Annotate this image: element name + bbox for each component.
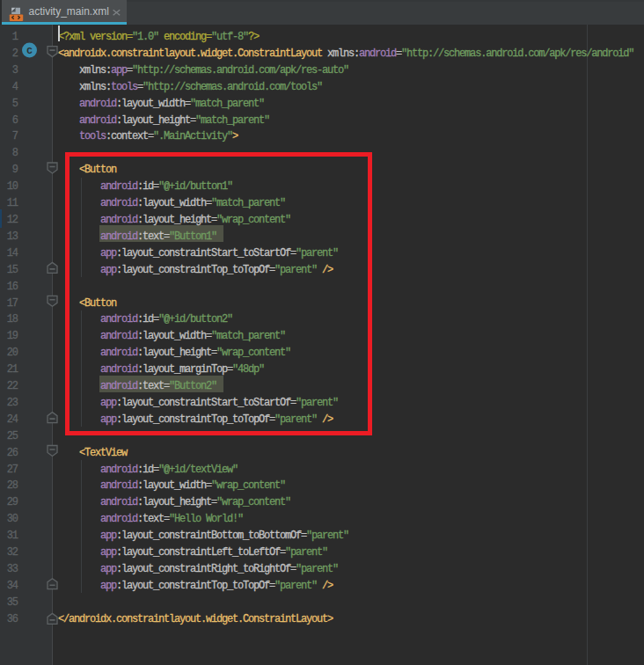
svg-text:C: C <box>26 46 33 56</box>
